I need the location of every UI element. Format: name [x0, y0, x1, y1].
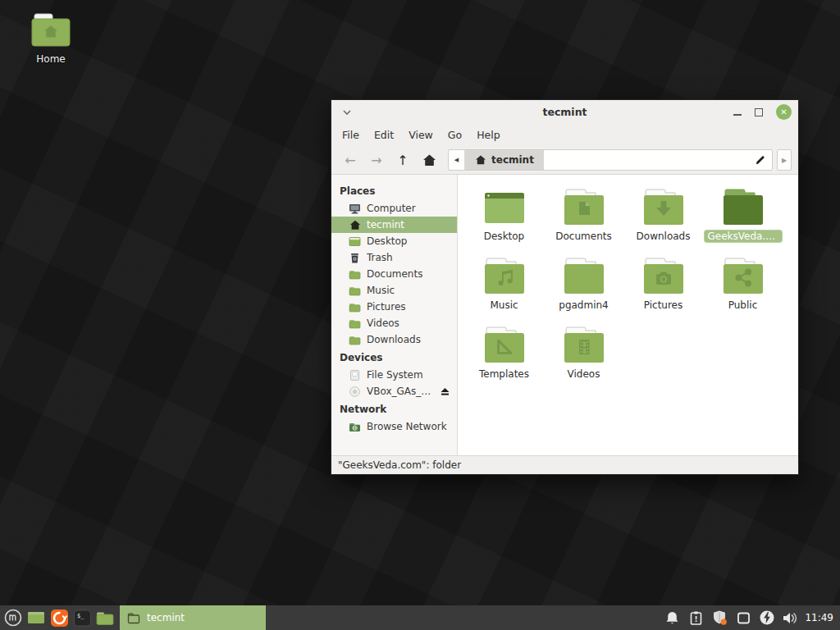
launcher-files[interactable]	[94, 605, 116, 630]
drive-icon	[349, 369, 361, 381]
sidebar-section-network: Network	[331, 399, 457, 418]
sidebar-item-vbox-gas-7-0-0[interactable]: VBox_GAs_7.0.0	[331, 383, 457, 399]
toolbar: ← → ↑ ◀ tecmint ▶	[331, 146, 798, 175]
file-item-documents[interactable]: Documents	[544, 185, 623, 253]
file-item-desktop[interactable]: Desktop	[464, 185, 544, 253]
trash-icon	[349, 252, 361, 264]
launcher-firefox[interactable]	[48, 605, 71, 630]
file-item-label: pgadmin4	[555, 299, 611, 311]
sidebar-item-file-system[interactable]: File System	[331, 367, 457, 383]
sidebar-item-desktop[interactable]: Desktop	[331, 233, 457, 249]
mini-folder-icon	[349, 334, 361, 346]
mini-folder-icon	[349, 268, 361, 281]
updates-icon[interactable]: !	[687, 609, 705, 627]
firewall-icon[interactable]	[710, 609, 728, 627]
menu-help[interactable]: Help	[469, 126, 508, 144]
sidebar-item-label: Browse Network	[367, 421, 447, 432]
file-item-music[interactable]: Music	[464, 253, 544, 322]
file-item-label: Documents	[552, 231, 614, 242]
sidebar-item-pictures[interactable]: Pictures	[331, 299, 457, 315]
maximize-button[interactable]	[755, 108, 763, 116]
file-item-downloads[interactable]: Downloads	[623, 185, 703, 253]
taskbar-window-button-tecmint[interactable]: tecmint	[120, 605, 266, 630]
sidebar-item-label: Downloads	[367, 334, 421, 345]
edit-location-pencil-icon[interactable]	[749, 150, 772, 170]
folder-documents-icon	[561, 185, 607, 227]
window-menu-chevron-icon[interactable]	[338, 104, 356, 121]
minimize-button[interactable]	[733, 114, 742, 116]
file-item-templates[interactable]: Templates	[464, 322, 544, 391]
file-item-label: Public	[725, 299, 761, 311]
launcher-mint-menu[interactable]	[2, 605, 25, 630]
power-icon[interactable]	[758, 609, 776, 627]
sidebar-item-videos[interactable]: Videos	[331, 315, 457, 331]
window-title: tecmint	[331, 106, 798, 118]
file-item-label: GeeksVeda.com	[705, 231, 782, 242]
desktop-icon-label: Home	[21, 53, 80, 65]
file-item-videos[interactable]: Videos	[544, 322, 623, 391]
file-item-label: Templates	[476, 368, 532, 380]
sidebar-item-tecmint[interactable]: tecmint	[331, 217, 457, 233]
breadcrumb-home-segment[interactable]: tecmint	[465, 150, 544, 170]
launcher-show-desktop[interactable]	[25, 605, 48, 630]
sidebar-item-documents[interactable]: Documents	[331, 266, 457, 282]
workspaces-icon[interactable]	[734, 609, 752, 627]
forward-button[interactable]: →	[364, 149, 389, 171]
folder-outline-icon	[127, 612, 140, 624]
sidebar-item-label: Documents	[367, 268, 422, 280]
home-icon	[475, 155, 486, 165]
eject-button[interactable]	[440, 386, 450, 396]
home-button[interactable]	[417, 149, 441, 171]
sidebar-item-computer[interactable]: Computer	[331, 200, 457, 217]
taskbar: $_ tecmint ! 11:49	[0, 605, 840, 630]
home-folder-icon	[30, 13, 72, 51]
desktop-icon	[482, 185, 527, 227]
back-button[interactable]: ←	[338, 149, 363, 171]
mini-folder-icon	[349, 317, 361, 330]
sidebar-section-devices: Devices	[331, 348, 457, 367]
sidebar-item-trash[interactable]: Trash	[331, 249, 457, 266]
file-grid: Desktop Documents Downloads GeeksVeda.co…	[458, 175, 798, 455]
sidebar-item-browse-network[interactable]: Browse Network	[331, 418, 457, 435]
volume-icon[interactable]	[782, 609, 800, 627]
file-item-label: Pictures	[641, 299, 687, 311]
svg-text:$_: $_	[77, 612, 84, 619]
folder-plain-icon	[561, 253, 607, 296]
folder-dark-icon	[720, 185, 766, 227]
menu-go[interactable]: Go	[441, 126, 469, 144]
breadcrumb-scroll-right-icon[interactable]: ▶	[777, 149, 792, 171]
close-button[interactable]: ✕	[776, 104, 792, 120]
menu-edit[interactable]: Edit	[367, 126, 401, 144]
sidebar-item-label: tecmint	[367, 219, 404, 231]
file-manager-window: tecmint ✕ FileEditViewGoHelp ← → ↑ ◀ tec…	[331, 99, 799, 475]
sidebar-item-label: File System	[367, 369, 423, 381]
svg-text:!: !	[694, 614, 697, 623]
file-item-pgadmin4[interactable]: pgadmin4	[544, 253, 623, 322]
menu-view[interactable]: View	[401, 126, 441, 144]
up-button[interactable]: ↑	[390, 149, 415, 171]
titlebar[interactable]: tecmint ✕	[331, 100, 798, 124]
file-item-label: Videos	[564, 368, 604, 380]
sidebar-item-downloads[interactable]: Downloads	[331, 331, 457, 348]
folder-pictures-icon	[641, 253, 687, 296]
sidebar-item-music[interactable]: Music	[331, 282, 457, 299]
notifications-icon[interactable]	[663, 609, 681, 627]
system-tray: !	[663, 609, 800, 627]
mini-desktop-icon	[349, 235, 361, 248]
menu-file[interactable]: File	[335, 126, 367, 144]
launcher-terminal[interactable]: $_	[71, 605, 94, 630]
file-item-label: Music	[486, 299, 521, 311]
taskbar-window-button-label: tecmint	[147, 612, 185, 623]
file-item-pictures[interactable]: Pictures	[623, 253, 703, 322]
folder-downloads-icon	[641, 185, 687, 227]
file-item-public[interactable]: Public	[703, 253, 783, 322]
file-item-label: Desktop	[481, 231, 528, 242]
file-item-geeksveda-com[interactable]: GeeksVeda.com	[703, 185, 783, 253]
mini-folder-icon	[349, 301, 361, 313]
breadcrumb-scroll-left-icon[interactable]: ◀	[449, 150, 465, 170]
desktop-home-icon[interactable]: Home	[21, 13, 80, 65]
file-item-label: Downloads	[633, 231, 694, 242]
mini-folder-icon	[349, 285, 361, 297]
path-bar: ◀ tecmint	[448, 149, 773, 171]
sidebar-item-label: Pictures	[367, 301, 406, 313]
